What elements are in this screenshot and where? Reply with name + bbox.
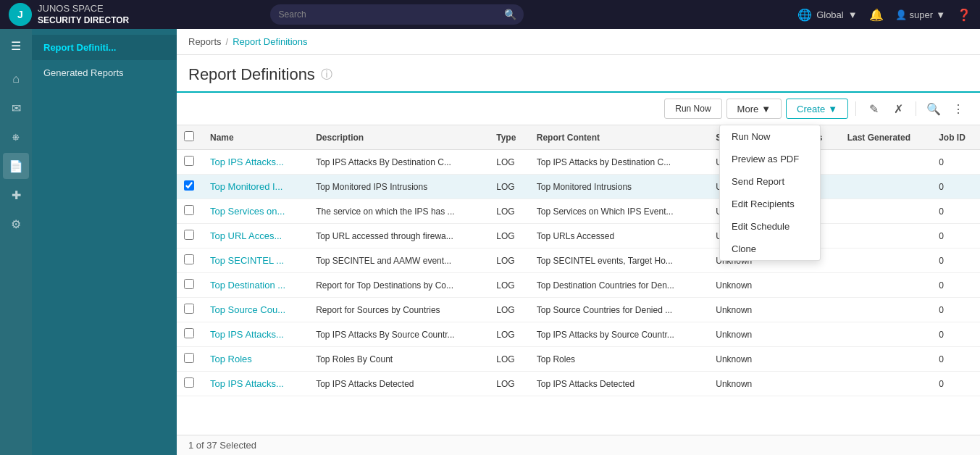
dropdown-edit-schedule[interactable]: Edit Schedule	[720, 215, 820, 238]
breadcrumb-parent[interactable]: Reports	[188, 36, 222, 47]
table-row: Top IPS Attacks... Top IPS Attacks By De…	[177, 150, 980, 175]
row-recipients	[771, 372, 840, 396]
row-recipients	[771, 298, 840, 322]
dropdown-send-report[interactable]: Send Report	[720, 170, 820, 193]
menu-toggle-icon[interactable]: ☰	[7, 35, 25, 57]
row-type: LOG	[489, 372, 529, 396]
more-dropdown-menu: Run Now Preview as PDF Send Report Edit …	[719, 125, 821, 261]
row-last-generated	[840, 199, 931, 224]
table-row: Top Roles Top Roles By Count LOG Top Rol…	[177, 347, 980, 372]
row-recipients	[771, 273, 840, 298]
run-now-button[interactable]: Run Now	[664, 99, 721, 119]
col-checkbox	[177, 125, 203, 150]
breadcrumb-sep: /	[226, 36, 229, 47]
create-button[interactable]: Create ▼	[786, 99, 848, 119]
table-row: Top SECINTEL ... Top SECINTEL and AAMW e…	[177, 249, 980, 273]
topnav-right: 🌐 Global ▼ 🔔 👤 super ▼ ❓	[797, 8, 971, 22]
row-description: Top SECINTEL and AAMW event...	[309, 249, 489, 273]
dropdown-clone[interactable]: Clone	[720, 238, 820, 260]
table-row: Top IPS Attacks... Top IPS Attacks By So…	[177, 322, 980, 347]
dropdown-preview-pdf[interactable]: Preview as PDF	[720, 148, 820, 170]
row-last-generated	[840, 273, 931, 298]
row-description: Top IPS Attacks Detected	[309, 372, 489, 396]
row-last-generated	[840, 347, 931, 372]
row-recipients	[771, 347, 840, 372]
row-checkbox-cell	[177, 249, 203, 273]
row-description: Report for Top Destinations by Co...	[309, 273, 489, 298]
row-job-id: 0	[931, 322, 980, 347]
search-filter-icon[interactable]: 🔍	[924, 99, 944, 119]
row-content: Top URLs Accessed	[529, 224, 709, 249]
page-help-icon[interactable]: ⓘ	[321, 67, 332, 83]
row-type: LOG	[489, 298, 529, 322]
row-last-generated	[840, 372, 931, 396]
row-checkbox[interactable]	[184, 254, 194, 264]
search-input[interactable]	[270, 4, 524, 25]
nav-icon-settings[interactable]: ⚙	[3, 211, 29, 237]
row-checkbox[interactable]	[184, 279, 194, 289]
select-all-checkbox[interactable]	[184, 131, 194, 141]
nav-icon-monitor[interactable]: ⎈	[3, 124, 29, 150]
row-job-id: 0	[931, 273, 980, 298]
more-options-icon[interactable]: ⋮	[948, 99, 968, 119]
toolbar-divider	[855, 101, 856, 116]
row-schedule: Unknown	[708, 322, 771, 347]
logo-icon: J	[9, 3, 32, 26]
row-checkbox[interactable]	[184, 230, 194, 240]
user-label: super	[910, 9, 934, 20]
sidebar-item-report-definitions[interactable]: Report Definiti...	[32, 35, 177, 60]
main-layout: ☰ ⌂ ✉ ⎈ 📄 ✚ ⚙ Report Definiti... Generat…	[0, 29, 980, 455]
col-job-id: Job ID	[931, 125, 980, 150]
row-type: LOG	[489, 175, 529, 199]
more-button[interactable]: More ▼	[726, 99, 782, 119]
col-name: Name	[203, 125, 309, 150]
row-checkbox[interactable]	[184, 377, 194, 388]
bell-icon[interactable]: 🔔	[869, 8, 884, 22]
row-checkbox[interactable]	[184, 328, 194, 338]
row-description: Top Monitored IPS Intrusions	[309, 175, 489, 199]
user-chevron-icon: ▼	[936, 9, 945, 20]
row-schedule: Unknown	[708, 372, 771, 396]
toolbar: Run Now More ▼ Create ▼ ✎ ✗ 🔍 ⋮ Run Now …	[177, 93, 980, 125]
row-checkbox[interactable]	[184, 205, 194, 215]
breadcrumb: Reports / Report Definitions	[177, 29, 980, 55]
create-chevron-icon: ▼	[828, 104, 837, 114]
sidebar-item-generated-reports[interactable]: Generated Reports	[32, 60, 177, 85]
global-selector[interactable]: 🌐 Global ▼	[797, 8, 857, 22]
row-checkbox-cell	[177, 372, 203, 396]
row-checkbox[interactable]	[184, 156, 194, 166]
row-description: The service on which the IPS has ...	[309, 199, 489, 224]
row-name: Top IPS Attacks...	[203, 372, 309, 396]
nav-icon-home[interactable]: ⌂	[3, 66, 29, 92]
row-checkbox[interactable]	[184, 353, 194, 363]
table-row: Top IPS Attacks... Top IPS Attacks Detec…	[177, 372, 980, 396]
row-checkbox-cell	[177, 347, 203, 372]
dropdown-run-now[interactable]: Run Now	[720, 125, 820, 148]
row-checkbox-cell	[177, 199, 203, 224]
nav-icon-tools[interactable]: ✚	[3, 182, 29, 208]
row-name: Top URL Acces...	[203, 224, 309, 249]
table-row: Top URL Acces... Top URL accessed throug…	[177, 224, 980, 249]
page-title: Report Definitions	[188, 65, 315, 84]
nav-icon-reports[interactable]: 📄	[3, 153, 29, 179]
row-checkbox[interactable]	[184, 180, 194, 191]
user-menu[interactable]: 👤 super ▼	[895, 9, 945, 20]
nav-icon-mail[interactable]: ✉	[3, 95, 29, 121]
row-description: Top URL accessed through firewa...	[309, 224, 489, 249]
edit-icon[interactable]: ✎	[863, 99, 884, 119]
help-icon[interactable]: ❓	[957, 8, 971, 22]
more-label: More	[737, 104, 759, 114]
dropdown-edit-recipients[interactable]: Edit Recipients	[720, 193, 820, 215]
row-name: Top Destination ...	[203, 273, 309, 298]
report-definitions-table: Name Description Type Report Content Sch…	[177, 125, 980, 396]
row-job-id: 0	[931, 347, 980, 372]
row-description: Top Roles By Count	[309, 347, 489, 372]
sidebar-item-report-definitions-label: Report Definiti...	[43, 42, 116, 53]
row-name: Top IPS Attacks...	[203, 322, 309, 347]
col-last-generated: Last Generated	[840, 125, 931, 150]
row-checkbox[interactable]	[184, 304, 194, 314]
row-type: LOG	[489, 249, 529, 273]
delete-icon[interactable]: ✗	[888, 99, 908, 119]
row-checkbox-cell	[177, 150, 203, 175]
sidebar-item-generated-reports-label: Generated Reports	[43, 67, 124, 78]
